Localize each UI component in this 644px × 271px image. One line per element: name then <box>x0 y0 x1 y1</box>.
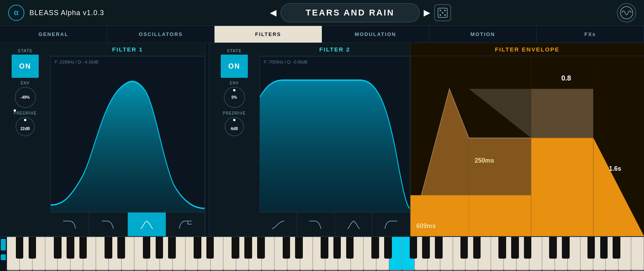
black-key[interactable] <box>321 237 328 259</box>
filter1-on-button[interactable]: ON <box>12 55 39 78</box>
black-key[interactable] <box>613 237 620 259</box>
black-key[interactable] <box>473 237 481 259</box>
black-key[interactable] <box>194 237 201 259</box>
black-key[interactable] <box>29 237 36 259</box>
envelope-svg: 609ms 250ms <box>410 56 644 236</box>
filter1-shapes <box>50 212 205 236</box>
svg-point-5 <box>440 14 441 16</box>
black-key[interactable] <box>117 237 125 259</box>
tab-fxs[interactable]: FXs <box>537 26 644 43</box>
black-key[interactable] <box>206 237 214 259</box>
tab-modulation[interactable]: MODULATION <box>322 26 429 43</box>
svg-point-4 <box>444 10 446 11</box>
white-key[interactable] <box>631 237 644 271</box>
dice-icon[interactable] <box>434 4 451 21</box>
filter2-shapes <box>259 212 410 236</box>
svg-rect-22 <box>531 138 594 236</box>
filter1-state-label: STATE <box>18 48 33 53</box>
f2-highpass-icon <box>383 219 399 230</box>
black-key[interactable] <box>333 237 341 259</box>
black-key[interactable] <box>410 237 417 259</box>
filter1-area: STATE ON ENV -49% PREDRIVE 22dB FILTER 1… <box>0 43 205 236</box>
black-key[interactable] <box>371 237 379 259</box>
filter2-shape-highpass[interactable] <box>373 213 410 236</box>
black-key[interactable] <box>562 237 570 259</box>
filter1-curve-svg <box>51 57 204 212</box>
black-key[interactable] <box>67 237 74 259</box>
black-key[interactable] <box>587 237 595 259</box>
filter2-display: F: 7093Hz / Q: -0.66dB <box>259 56 410 212</box>
header-left: α BLEASS Alpha v1.0.3 <box>8 4 104 21</box>
envelope-area: FILTER ENVELOPE 609ms <box>410 43 644 236</box>
black-key[interactable] <box>295 237 303 259</box>
black-key[interactable] <box>460 237 468 259</box>
filter2-shape-lowpass-soft[interactable] <box>297 213 335 236</box>
filter2-shape-bandpass[interactable] <box>335 213 373 236</box>
scroll-indicator-top <box>1 239 6 250</box>
black-key[interactable] <box>435 237 443 259</box>
tab-oscillators[interactable]: OSCILLATORS <box>107 26 215 43</box>
filter1-visual: FILTER 1 F: 2190Hz / Q: -4.16dB <box>50 43 205 236</box>
waveform-icon <box>620 6 634 20</box>
filter2-predrive-label: PREDRIVE <box>223 111 246 115</box>
black-key[interactable] <box>524 237 532 259</box>
app-title: BLEASS Alpha v1.0.3 <box>29 9 104 17</box>
svg-text:609ms: 609ms <box>416 222 436 229</box>
black-key[interactable] <box>156 237 163 259</box>
filter1-env-value: -49% <box>21 95 29 99</box>
preset-prev-button[interactable]: ◀ <box>270 9 276 17</box>
black-key[interactable] <box>498 237 506 259</box>
white-key[interactable] <box>618 237 631 271</box>
preset-name: TEARS AND RAIN <box>280 3 420 22</box>
lowpass-icon <box>62 219 77 230</box>
black-key[interactable] <box>16 237 24 259</box>
black-key[interactable] <box>79 237 87 259</box>
black-key[interactable] <box>549 237 557 259</box>
filter2-title: FILTER 2 <box>259 43 410 56</box>
filter1-predrive-label: PREDRIVE <box>14 111 36 115</box>
tab-general[interactable]: GENERAL <box>0 26 107 43</box>
tab-filters[interactable]: FILTERS <box>215 26 322 43</box>
filter2-on-button[interactable]: ON <box>221 55 248 78</box>
black-key[interactable] <box>232 237 239 259</box>
svg-text:1.6s: 1.6s <box>609 165 621 172</box>
filter2-predrive-knob[interactable]: 4dB <box>225 117 244 136</box>
filter1-shape-bandpass[interactable] <box>128 213 167 236</box>
svg-rect-20 <box>531 89 594 138</box>
svg-point-7 <box>442 12 443 14</box>
app-icon-button[interactable] <box>617 3 636 22</box>
filter1-shape-lowpass-soft[interactable] <box>89 213 128 236</box>
f2-bandpass-icon <box>346 219 361 230</box>
filter1-shape-lowpass[interactable] <box>50 213 89 236</box>
header-center: ◀ TEARS AND RAIN ▶ <box>104 3 617 22</box>
filter2-controls: STATE ON ENV 0% PREDRIVE 4dB <box>209 43 259 236</box>
black-key[interactable] <box>168 237 176 259</box>
filter2-shape-lowpass[interactable] <box>259 213 297 236</box>
filter2-env-knob[interactable]: 0% <box>224 87 245 108</box>
f2-lowpass-icon <box>270 219 286 230</box>
black-key[interactable] <box>244 237 252 259</box>
black-key[interactable] <box>511 237 519 259</box>
filter1-predrive-knob[interactable]: 22dB <box>15 117 35 136</box>
black-key[interactable] <box>600 237 608 259</box>
f2-lowpass-soft-icon <box>308 219 323 230</box>
preset-next-button[interactable]: ▶ <box>424 9 430 17</box>
alpha-logo-icon: α <box>8 4 25 21</box>
black-key[interactable] <box>54 237 62 259</box>
filter2-env-value: 0% <box>232 95 237 99</box>
black-key[interactable] <box>384 237 392 259</box>
filter2-predrive-value: 4dB <box>231 127 238 131</box>
filter1-env-knob[interactable]: -49% <box>15 87 36 108</box>
filter1-predrive-value: 22dB <box>21 127 30 131</box>
black-key[interactable] <box>105 237 112 259</box>
black-key[interactable] <box>283 237 290 259</box>
black-key[interactable] <box>346 237 354 259</box>
black-key[interactable] <box>143 237 151 259</box>
black-key[interactable] <box>257 237 265 259</box>
scroll-indicator-bottom <box>1 254 6 260</box>
keyboard-scroll[interactable] <box>0 237 7 271</box>
filter1-shape-highpass[interactable] <box>166 213 205 236</box>
black-key[interactable] <box>422 237 430 259</box>
filter2-area: STATE ON ENV 0% PREDRIVE 4dB FILTER 2 F:… <box>209 43 410 236</box>
tab-motion[interactable]: MOTION <box>429 26 537 43</box>
